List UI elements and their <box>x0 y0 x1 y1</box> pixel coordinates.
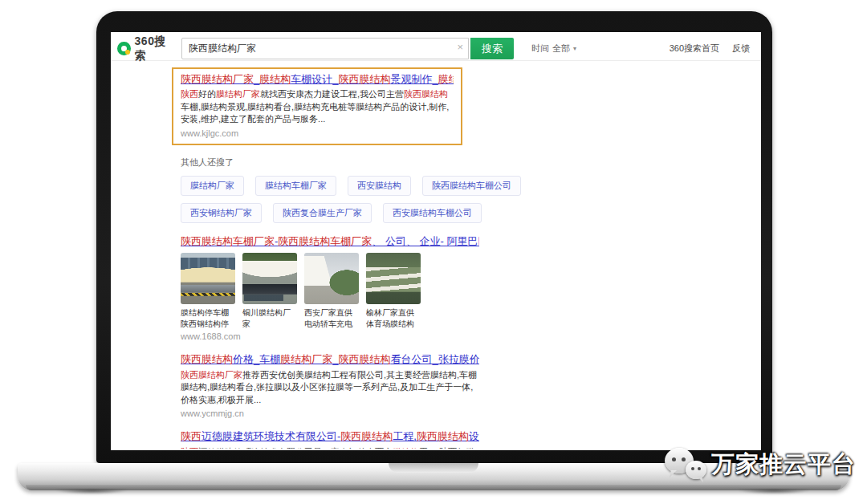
browser-viewport: 360搜索 × 搜索 时间 全部 ▾ 360搜索首页 反馈 陕西膜结构 <box>111 32 761 450</box>
result-snippet: 陕西膜结构厂家推荐西安优创美膜结构工程有限公司,其主要经营膜结构,车棚膜结构,膜… <box>181 369 479 407</box>
search-result-highlighted: 陕西膜结构厂家_膜结构车棚设计_陕西膜结构景观制作_膜结构看...陕西好的膜结构… <box>172 67 462 145</box>
result-url: www.ycmmjg.cn <box>181 408 479 418</box>
other-results-container: 陕西膜结构车棚厂家-陕西膜结构车棚厂家、 公司、 企业- 阿里巴巴...膜结构停… <box>181 235 761 449</box>
thumbnail-item: 榆林厂家直供体育场膜结构 高速公路服务 <box>366 253 421 329</box>
search-input[interactable] <box>181 38 469 59</box>
360-logo-icon <box>117 42 131 55</box>
result-thumbnail-image[interactable] <box>181 253 235 304</box>
result-thumbnail-image[interactable] <box>366 253 421 304</box>
related-chip-row: 西安钢结构厂家陕西复合膜生产厂家西安膜结构车棚公司 <box>181 203 761 223</box>
result-title-link[interactable]: 陕西膜结构厂家_膜结构车棚设计_陕西膜结构景观制作_膜结构看... <box>181 73 454 86</box>
related-search-chip[interactable]: 西安膜结构车棚公司 <box>383 203 482 223</box>
result-snippet: 陕西迈德膜建筑环境技术有限公司是一家专门从事西安膜结构工程,陕西气膜,陕西煤棚,… <box>181 446 479 449</box>
thumbnail-item: 铜川膜结构厂家 15596666228直供充 <box>242 253 297 329</box>
360-search-logo[interactable]: 360搜索 <box>117 35 175 63</box>
result-title-link[interactable]: 陕西迈德膜建筑环境技术有限公司-陕西膜结构工程,陕西膜结构设... <box>181 430 479 443</box>
top-links: 360搜索首页 反馈 <box>670 43 753 55</box>
search-result: 陕西膜结构价格_车棚膜结构厂家_陕西膜结构看台公司_张拉膜价...陕西膜结构厂家… <box>181 353 479 418</box>
thumbnail-item: 西安厂家直供电动轿车充电桩停车棚户外 <box>304 253 359 329</box>
result-thumbnail-image[interactable] <box>242 253 297 304</box>
search-header: 360搜索 × 搜索 时间 全部 ▾ 360搜索首页 反馈 <box>111 32 761 61</box>
clear-search-icon[interactable]: × <box>457 42 463 52</box>
wechat-eye <box>698 467 701 470</box>
time-filter-value: 全部 <box>552 43 570 55</box>
thumbnail-caption: 榆林厂家直供体育场膜结构 高速公路服务 <box>366 307 421 329</box>
search-result: 陕西膜结构车棚厂家-陕西膜结构车棚厂家、 公司、 企业- 阿里巴巴...膜结构停… <box>181 235 479 341</box>
laptop-base-notch <box>389 463 478 473</box>
wechat-eye <box>672 457 676 461</box>
wechat-bubble-small <box>686 461 706 479</box>
related-search-chip[interactable]: 膜结构车棚厂家 <box>255 176 336 196</box>
thumbnail-caption: 西安厂家直供电动轿车充电桩停车棚户外 <box>304 307 359 329</box>
related-search-chip[interactable]: 西安膜结构 <box>348 176 411 196</box>
result-thumbnail-image[interactable] <box>304 253 359 304</box>
thumbnail-caption: 铜川膜结构厂家 15596666228直供充 <box>242 307 297 329</box>
result-url: www.1688.com <box>181 331 479 341</box>
result-thumbnails: 膜结构停车棚陕西钢结构停车张力膜厂区铜川膜结构厂家 15596666228直供充… <box>181 253 429 329</box>
wechat-eye <box>682 457 686 461</box>
watermark: 万家推云平台 <box>663 445 856 485</box>
related-search-chip[interactable]: 西安钢结构厂家 <box>181 203 262 223</box>
related-search-chip[interactable]: 陕西膜结构车棚公司 <box>422 176 521 196</box>
watermark-text: 万家推云平台 <box>711 449 856 481</box>
related-chips: 膜结构厂家膜结构车棚厂家西安膜结构陕西膜结构车棚公司西安钢结构厂家陕西复合膜生产… <box>181 176 761 223</box>
search-button[interactable]: 搜索 <box>470 38 514 59</box>
feedback-link[interactable]: 反馈 <box>732 43 750 55</box>
time-filter-label: 时间 <box>531 43 549 55</box>
time-filter[interactable]: 时间 全部 ▾ <box>531 43 576 55</box>
search-results-area: 陕西膜结构厂家_膜结构车棚设计_陕西膜结构景观制作_膜结构看...陕西好的膜结构… <box>111 61 761 449</box>
thumbnail-item: 膜结构停车棚陕西钢结构停车张力膜厂区 <box>181 253 235 329</box>
result-url: www.kjlgc.com <box>181 128 454 138</box>
related-chip-row: 膜结构厂家膜结构车棚厂家西安膜结构陕西膜结构车棚公司 <box>181 176 761 196</box>
related-searches: 其他人还搜了 膜结构厂家膜结构车棚厂家西安膜结构陕西膜结构车棚公司西安钢结构厂家… <box>181 156 761 223</box>
chevron-down-icon: ▾ <box>573 45 576 52</box>
related-search-chip[interactable]: 膜结构厂家 <box>181 176 244 196</box>
thumbnail-caption: 膜结构停车棚陕西钢结构停车张力膜厂区 <box>181 307 235 329</box>
page-background: 360搜索 × 搜索 时间 全部 ▾ 360搜索首页 反馈 陕西膜结构 <box>0 0 867 504</box>
search-result: 陕西迈德膜建筑环境技术有限公司-陕西膜结构工程,陕西膜结构设...陕西迈德膜建筑… <box>181 430 479 449</box>
related-searches-title: 其他人还搜了 <box>181 156 761 169</box>
laptop-foot-shadow <box>729 490 819 496</box>
wechat-icon <box>663 445 708 485</box>
laptop-foot-shadow <box>47 490 136 496</box>
logo-text: 360搜索 <box>135 35 175 63</box>
laptop-screen-bezel: 360搜索 × 搜索 时间 全部 ▾ 360搜索首页 反馈 陕西膜结构 <box>96 11 772 463</box>
result-title-link[interactable]: 陕西膜结构车棚厂家-陕西膜结构车棚厂家、 公司、 企业- 阿里巴巴... <box>181 235 479 248</box>
search-box: × <box>181 38 469 59</box>
related-search-chip[interactable]: 陕西复合膜生产厂家 <box>273 203 372 223</box>
home-link[interactable]: 360搜索首页 <box>670 43 719 55</box>
result-title-link[interactable]: 陕西膜结构价格_车棚膜结构厂家_陕西膜结构看台公司_张拉膜价... <box>181 353 479 366</box>
first-result-container: 陕西膜结构厂家_膜结构车棚设计_陕西膜结构景观制作_膜结构看...陕西好的膜结构… <box>181 67 761 145</box>
wechat-eye <box>691 467 694 470</box>
result-snippet: 陕西好的膜结构厂家就找西安康杰力建设工程,我公司主营陕西膜结构车棚,膜结构景观,… <box>181 88 454 126</box>
